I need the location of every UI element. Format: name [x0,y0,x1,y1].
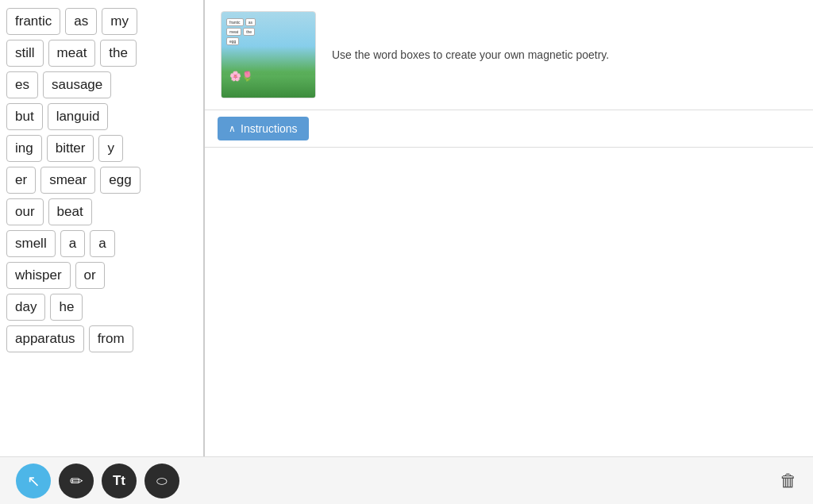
instructions-bar: ∧ Instructions [205,110,813,148]
word-row: whisperor [6,262,197,289]
word-box[interactable]: es [6,71,38,98]
instructions-button-label: Instructions [241,122,298,135]
main-area: franticasmystillmeattheessausagebutlangu… [0,0,813,456]
word-box[interactable]: smell [6,230,56,257]
word-box[interactable]: as [65,8,97,35]
preview-line-3: egg [226,37,310,45]
word-panel: franticasmystillmeattheessausagebutlangu… [0,0,205,456]
preview-line-2: meat the [226,28,310,36]
word-row: franticasmy [6,8,197,35]
instruction-text: Use the word boxes to create your own ma… [332,47,609,63]
pencil-tool-button[interactable]: ✏ [59,464,94,498]
word-row: apparatusfrom [6,325,197,352]
word-row: ourbeat [6,198,197,225]
preview-words-overlay: frantic as meat the egg [226,18,310,47]
eraser-tool-button[interactable]: ⬭ [144,464,179,498]
word-row: ersmearegg [6,167,197,194]
word-row: butlanguid [6,103,197,130]
word-box[interactable]: whisper [6,262,71,289]
instructions-button[interactable]: ∧ Instructions [218,117,309,140]
word-row: ingbittery [6,135,197,162]
word-box[interactable]: from [89,325,133,352]
word-box[interactable]: day [6,294,45,321]
word-box[interactable]: bitter [47,135,94,162]
word-box[interactable]: sausage [43,71,111,98]
preview-word: the [243,28,255,36]
word-box[interactable]: our [6,198,44,225]
word-box[interactable]: meat [48,40,96,67]
preview-word: egg [226,37,239,45]
toolbar-tools: ↖ ✏ Tt ⬭ [16,464,179,498]
word-row: dayhe [6,294,197,321]
word-box[interactable]: ing [6,135,42,162]
word-box[interactable]: he [50,294,83,321]
trash-button[interactable]: 🗑 [780,471,797,491]
word-box[interactable]: beat [48,198,92,225]
preview-image-inner: frantic as meat the egg 🌸🌷 [222,12,315,98]
preview-word: meat [226,28,241,36]
word-box[interactable]: my [102,8,137,35]
preview-line-1: frantic as [226,18,310,26]
preview-word: as [245,18,256,26]
word-box[interactable]: still [6,40,44,67]
word-row: smellaa [6,230,197,257]
word-row: stillmeatthe [6,40,197,67]
word-box[interactable]: languid [48,103,109,130]
word-box[interactable]: the [100,40,137,67]
word-box[interactable]: a [90,230,114,257]
word-box[interactable]: but [6,103,43,130]
word-box[interactable]: frantic [6,8,60,35]
word-box[interactable]: y [98,135,123,162]
preview-image: frantic as meat the egg 🌸🌷 [221,11,316,98]
word-row: essausage [6,71,197,98]
content-area: frantic as meat the egg 🌸🌷 [205,0,813,456]
chevron-up-icon: ∧ [229,123,236,134]
text-tool-button[interactable]: Tt [102,464,137,498]
word-box[interactable]: a [60,230,85,257]
word-box[interactable]: smear [40,167,95,194]
toolbar: ↖ ✏ Tt ⬭ 🗑 [0,456,813,504]
preview-word: frantic [226,18,244,26]
word-box[interactable]: or [75,262,105,289]
word-box[interactable]: apparatus [6,325,84,352]
preview-flowers: 🌸🌷 [229,71,253,82]
poetry-canvas[interactable] [205,148,813,456]
preview-section: frantic as meat the egg 🌸🌷 [205,0,813,110]
word-box[interactable]: er [6,167,36,194]
select-tool-button[interactable]: ↖ [16,464,51,498]
word-box[interactable]: egg [100,167,140,194]
